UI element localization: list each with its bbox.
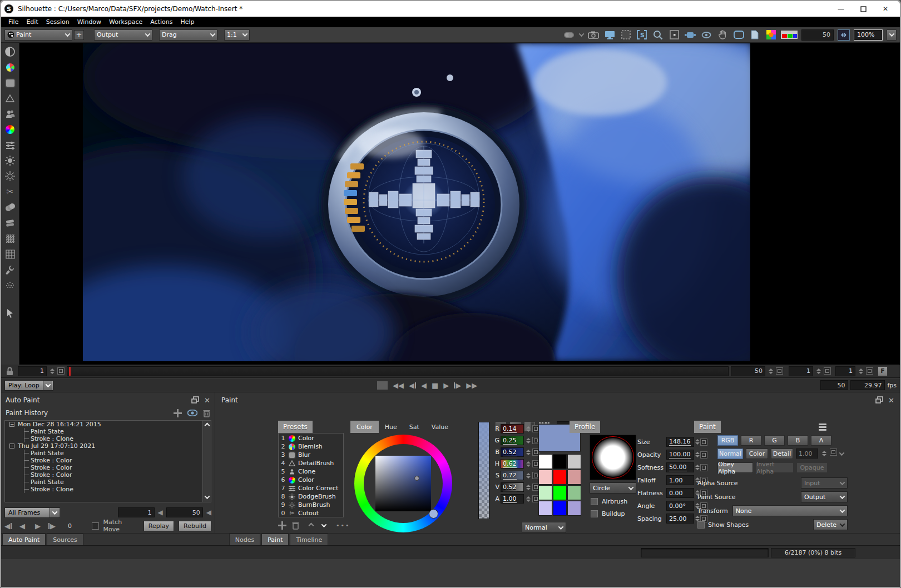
lock-icon[interactable] [3, 366, 16, 377]
channel-a-button[interactable]: A [811, 435, 831, 446]
show-shapes-checkbox[interactable] [697, 521, 705, 529]
safe-area-icon[interactable]: S [636, 29, 648, 41]
replay-end-field[interactable]: 50 [166, 507, 203, 517]
close-panel-icon[interactable]: ✕ [888, 396, 894, 405]
play-icon[interactable]: ▶ [443, 381, 449, 390]
value-field[interactable]: 0.52 [501, 482, 524, 492]
magnify-icon[interactable] [652, 29, 664, 41]
cutout-icon[interactable]: ✂ [4, 186, 16, 197]
close-button[interactable]: ✕ [874, 2, 897, 16]
expand-icon[interactable] [321, 522, 327, 527]
play-range-icon[interactable]: ◂▸ [377, 381, 388, 390]
timeline-end-spinner[interactable] [768, 366, 774, 376]
history-item[interactable]: Stroke : Color [5, 471, 211, 479]
history-item[interactable]: Stroke : Color [5, 457, 211, 464]
stamp-icon[interactable] [4, 202, 16, 213]
preset-item[interactable]: 5Clone [279, 467, 343, 476]
rotate-view-icon[interactable] [700, 29, 712, 41]
burn-icon[interactable] [4, 171, 16, 182]
compare-toggle-icon[interactable] [563, 29, 576, 41]
preset-item[interactable]: 3Blur [279, 451, 343, 459]
size-field[interactable]: 148.16 [666, 437, 694, 447]
swatch[interactable] [538, 470, 552, 485]
view-output-dropdown[interactable]: Output [94, 29, 152, 41]
frame-display-field[interactable]: 50 [820, 380, 848, 390]
swatch[interactable] [553, 470, 567, 485]
brush-size-field[interactable]: 50 [801, 29, 834, 41]
menu-actions[interactable]: Actions [146, 18, 176, 26]
history-item[interactable]: Stroke : Color [5, 464, 211, 471]
menu-workspace[interactable]: Workspace [105, 18, 146, 26]
swatch[interactable] [567, 485, 581, 500]
region-select-icon[interactable] [620, 29, 632, 41]
dodge-icon[interactable] [4, 155, 16, 166]
hue-marker[interactable] [429, 509, 438, 519]
add-node-button[interactable]: + [74, 30, 84, 40]
brush-shape-dropdown[interactable]: Circle [590, 482, 636, 494]
preset-item[interactable]: 2Blemish [279, 442, 343, 451]
history-group[interactable]: −Mon Dec 28 16:14:21 2015 [5, 421, 211, 428]
end-frame-pick-icon[interactable]: ◀ [206, 509, 211, 516]
opacity-field[interactable]: 100.00 [666, 450, 694, 460]
minimize-button[interactable]: — [830, 2, 852, 16]
frames-mode-dropdown[interactable]: All Frames [4, 507, 60, 518]
stop-icon[interactable]: ■ [432, 381, 438, 390]
softness-field[interactable]: 50.00 [666, 462, 694, 472]
history-item[interactable]: Paint State [5, 428, 211, 435]
presets-list[interactable]: 1Color 2Blemish 3Blur 4DetailBrush 5Clon… [278, 433, 344, 517]
airbrush-checkbox[interactable] [591, 498, 598, 505]
profile-tab[interactable]: Profile [570, 421, 600, 433]
swatch[interactable] [567, 470, 581, 485]
swatch[interactable] [553, 501, 567, 516]
add-preset-icon[interactable] [278, 521, 286, 530]
timeline-track[interactable] [67, 366, 729, 376]
resize-horizontal-icon[interactable] [838, 29, 850, 41]
preset-item[interactable]: 7Color Correct [279, 484, 343, 492]
invert-alpha-button[interactable]: Invert Alpha [756, 462, 794, 473]
preset-item[interactable]: 0✂Cutout [279, 509, 343, 517]
scatter-icon[interactable] [4, 280, 16, 291]
history-back-icon[interactable]: ◀ [19, 522, 25, 530]
close-panel-icon[interactable]: ✕ [204, 396, 210, 405]
float-panel-icon[interactable] [191, 396, 199, 405]
monitor-icon[interactable] [603, 29, 616, 41]
match-move-checkbox[interactable] [92, 522, 99, 530]
color-correct-icon[interactable] [4, 139, 16, 151]
blend-mode-dropdown[interactable]: Normal [522, 522, 566, 533]
compare-dropdown-chevron[interactable] [579, 31, 585, 37]
timeline-inc1-button[interactable] [824, 367, 831, 375]
repair-icon[interactable] [4, 264, 16, 275]
pixel-ratio-dropdown[interactable]: 1:1 [224, 29, 250, 41]
color-wheel[interactable] [348, 427, 459, 533]
swatch[interactable] [567, 454, 581, 469]
brush-profile-preview[interactable] [590, 435, 636, 480]
float-panel-icon[interactable] [875, 396, 883, 405]
step-back-icon[interactable]: ◀ [409, 381, 416, 390]
view-state-icon[interactable] [187, 410, 197, 416]
maximize-button[interactable] [852, 2, 874, 16]
swatch[interactable] [538, 485, 552, 500]
step-forward-icon[interactable]: ▶ [454, 381, 461, 390]
node-selector-dropdown[interactable]: Paint [4, 29, 72, 41]
preset-item[interactable]: 9BurnBrush [279, 501, 343, 509]
history-item[interactable]: Stroke : Clone [5, 486, 211, 493]
pixel-probe-icon[interactable] [668, 29, 680, 41]
eraser-icon[interactable] [4, 217, 16, 228]
mode-detail-button[interactable]: Detail [771, 449, 793, 459]
history-item[interactable]: Stroke : Clone [5, 435, 211, 442]
angle-field[interactable]: 0.00° [666, 501, 694, 511]
preset-item[interactable]: 6Color [279, 476, 343, 484]
channel-bars-icon[interactable] [781, 29, 798, 41]
mode-normal-button[interactable]: Normal [717, 449, 743, 459]
grid-icon[interactable] [4, 248, 16, 260]
contrast-icon[interactable] [4, 46, 16, 57]
paint-source-dropdown[interactable]: Output [801, 491, 848, 502]
channel-rgb-button[interactable]: RGB [717, 435, 738, 446]
tab-paint[interactable]: Paint [261, 534, 289, 545]
preset-item[interactable]: 8DodgeBrush [279, 492, 343, 501]
obey-alpha-button[interactable]: Obey Alpha [717, 462, 753, 473]
page-icon[interactable] [749, 29, 761, 41]
history-step-start-icon[interactable]: ◀ [4, 522, 12, 530]
mode-color-button[interactable]: Color [746, 449, 768, 459]
swatch[interactable] [553, 454, 567, 469]
